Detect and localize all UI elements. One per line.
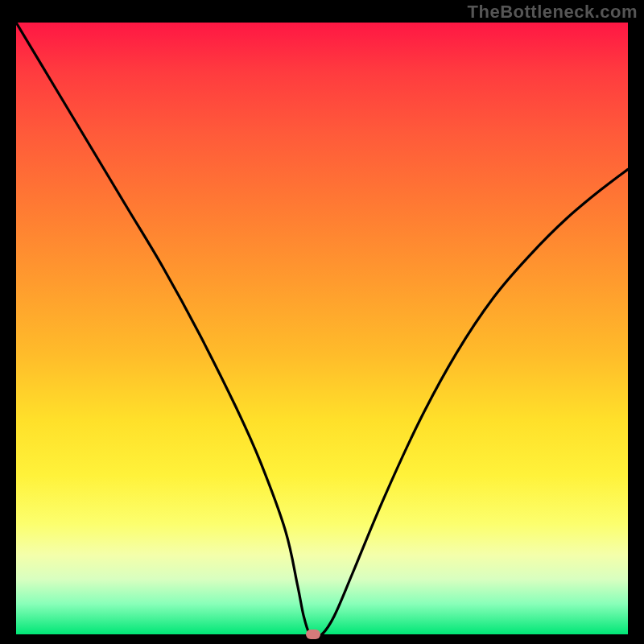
plot-area bbox=[16, 23, 628, 634]
watermark-text: TheBottleneck.com bbox=[468, 2, 638, 23]
chart-frame: TheBottleneck.com bbox=[0, 0, 644, 644]
optimal-marker bbox=[306, 630, 320, 639]
bottleneck-curve bbox=[16, 23, 628, 634]
